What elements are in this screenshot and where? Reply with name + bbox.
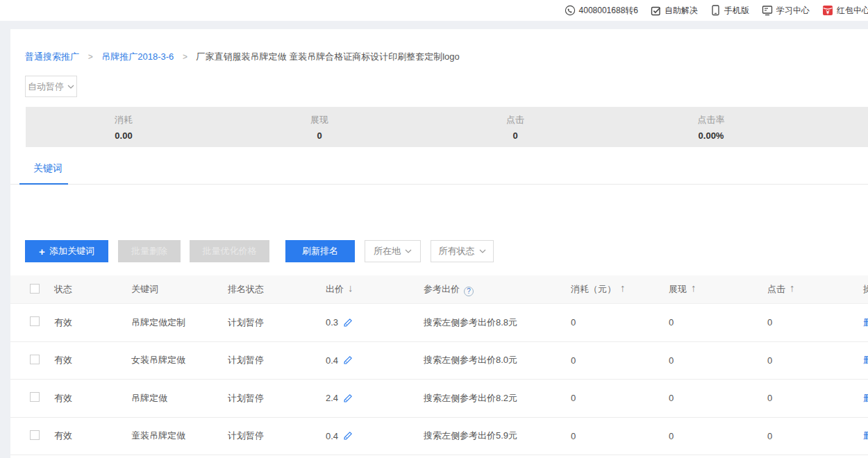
cell-cost: 0 (571, 317, 669, 328)
cell-impressions: 0 (669, 355, 767, 366)
delete-link[interactable]: 删除 (863, 392, 868, 405)
cell-rank-status: 计划暂停 (228, 354, 326, 366)
stat-value: 0 (222, 130, 417, 141)
cell-keyword: 女装吊牌定做 (131, 354, 228, 366)
refresh-rank-label: 刷新排名 (302, 245, 338, 257)
content-card: 普通搜索推广 > 吊牌推广2018-3-6 > 厂家直销服装吊牌定做 童装吊牌合… (10, 29, 868, 458)
chevron-down-icon (479, 249, 486, 253)
cell-clicks: 0 (767, 317, 863, 328)
top-bar: 4008001688转6 自助解决 手机版 学习中心 红包中心 (0, 0, 868, 21)
red-packet-icon (822, 5, 833, 16)
delete-link[interactable]: 删除 (863, 354, 868, 366)
cell-ref-bid: 搜索左侧参考出价8.2元 (424, 392, 571, 405)
topbar-item-label: 学习中心 (776, 5, 810, 17)
auto-pause-label: 自动暂停 (28, 80, 64, 93)
cell-clicks: 0 (767, 431, 863, 441)
topbar-item-label: 红包中心 (837, 5, 868, 17)
cell-bid: 0.4 (326, 355, 338, 366)
cell-rank-status: 计划暂停 (228, 430, 326, 442)
cell-ref-bid: 搜索左侧参考出价8.0元 (424, 354, 571, 366)
delete-link[interactable]: 删除 (863, 316, 868, 329)
edit-pencil-icon[interactable] (343, 318, 353, 328)
hotline: 4008001688转6 (565, 5, 638, 17)
cell-keyword: 童装吊牌定做 (131, 430, 228, 442)
cell-status: 有效 (54, 354, 131, 366)
topbar-item-mobile[interactable]: 手机版 (710, 5, 749, 17)
header-clicks[interactable]: 点击↑ (767, 283, 863, 296)
topbar-item-learning[interactable]: 学习中心 (762, 5, 810, 17)
topbar-item-label: 自助解决 (665, 5, 698, 17)
cell-cost: 0 (571, 431, 669, 441)
header-impressions[interactable]: 展现↑ (669, 283, 767, 296)
table-row: 有效 吊牌定做 计划暂停 2.4 搜索左侧参考出价8.2元 0 0 0 删除 (10, 380, 868, 418)
cell-bid: 2.4 (326, 393, 338, 403)
batch-delete-label: 批量删除 (131, 245, 167, 257)
table-row: 有效 女装吊牌定做 计划暂停 0.4 搜索左侧参考出价8.0元 0 0 0 删除 (10, 342, 868, 380)
edit-pencil-icon[interactable] (343, 393, 353, 403)
batch-optimize-price-button: 批量优化价格 (190, 240, 269, 262)
cell-rank-status: 计划暂停 (228, 392, 326, 405)
add-keyword-label: 添加关键词 (49, 245, 94, 257)
edit-pencil-icon[interactable] (343, 431, 353, 441)
sort-asc-icon[interactable]: ↑ (691, 282, 696, 294)
cell-impressions: 0 (669, 431, 767, 441)
row-checkbox[interactable] (30, 316, 40, 326)
header-bid-label: 出价 (326, 284, 344, 294)
cell-keyword: 吊牌定做定制 (131, 316, 228, 329)
stat-label: 点击 (417, 114, 613, 126)
tab-divider (10, 184, 868, 185)
help-icon[interactable]: ? (464, 287, 474, 296)
check-square-icon (651, 6, 661, 16)
topbar-item-red-packet[interactable]: 红包中心 (822, 5, 868, 17)
stat-cost: 消耗 0.00 (26, 107, 222, 147)
header-clicks-label: 点击 (767, 284, 785, 294)
location-filter-label: 所在地 (374, 245, 401, 257)
header-status[interactable]: 状态 (54, 283, 131, 296)
row-checkbox[interactable] (30, 355, 40, 364)
select-all-checkbox[interactable] (30, 284, 40, 294)
breadcrumb-link-campaign[interactable]: 吊牌推广2018-3-6 (101, 51, 174, 62)
table-header-row: 状态 关键词 排名状态 出价↓ 参考出价? 消耗（元）↑ 展现↑ 点击↑ 操作 (10, 275, 868, 304)
header-rank-status[interactable]: 排名状态 (228, 283, 326, 296)
edit-pencil-icon[interactable] (343, 355, 353, 365)
breadcrumb-current: 厂家直销服装吊牌定做 童装吊牌合格证商标设计印刷整套定制logo (197, 51, 460, 62)
header-operations: 操作 (863, 283, 868, 296)
stat-value: 0 (417, 130, 613, 141)
header-cost[interactable]: 消耗（元）↑ (571, 283, 669, 296)
row-checkbox[interactable] (30, 430, 40, 440)
monitor-icon (762, 5, 773, 16)
header-keyword[interactable]: 关键词 (131, 283, 228, 296)
status-filter-dropdown[interactable]: 所有状态 (431, 240, 494, 262)
location-filter-dropdown[interactable]: 所在地 (365, 240, 421, 262)
stats-bar: 消耗 0.00 展现 0 点击 0 点击率 0.00% (26, 107, 868, 147)
auto-pause-dropdown[interactable]: 自动暂停 (25, 76, 77, 97)
sort-asc-icon[interactable]: ↑ (790, 282, 795, 294)
cell-impressions: 0 (669, 317, 767, 328)
table-row: 有效 吊牌定做定制 计划暂停 0.3 搜索左侧参考出价8.8元 0 0 0 删除 (10, 304, 868, 342)
cell-clicks: 0 (767, 355, 863, 366)
refresh-rank-button[interactable]: 刷新排名 (285, 240, 355, 262)
cell-ref-bid: 搜索左侧参考出价8.8元 (424, 316, 571, 329)
breadcrumb-link-search-promo[interactable]: 普通搜索推广 (25, 51, 79, 62)
cell-impressions: 0 (669, 393, 767, 403)
cell-clicks: 0 (767, 393, 863, 403)
stat-value: 0.00 (26, 130, 222, 141)
delete-link[interactable]: 删除 (863, 430, 868, 442)
cell-cost: 0 (571, 355, 669, 366)
header-ref-bid: 参考出价? (424, 283, 571, 296)
add-keyword-button[interactable]: + 添加关键词 (25, 240, 108, 262)
row-checkbox[interactable] (30, 392, 40, 402)
sort-asc-icon[interactable]: ↑ (620, 282, 626, 294)
cell-ref-bid: 搜索左侧参考出价5.9元 (424, 430, 571, 442)
header-bid[interactable]: 出价↓ (326, 283, 424, 296)
batch-optimize-label: 批量优化价格 (203, 245, 257, 257)
cell-status: 有效 (54, 430, 131, 442)
topbar-item-self-help[interactable]: 自助解决 (651, 5, 698, 17)
stat-label: 消耗 (26, 114, 222, 126)
stat-value: 0.00% (613, 130, 809, 141)
cell-status: 有效 (54, 316, 131, 329)
sort-desc-icon[interactable]: ↓ (348, 282, 353, 294)
cell-bid: 0.3 (326, 317, 338, 328)
tab-keywords[interactable]: 关键词 (33, 162, 62, 175)
chevron-down-icon (405, 249, 412, 253)
